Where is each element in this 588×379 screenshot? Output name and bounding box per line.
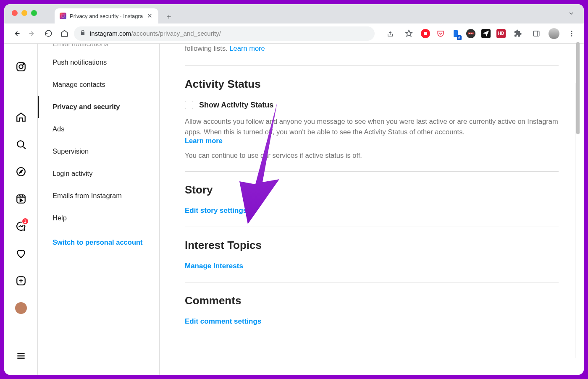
- notifications-heart-icon[interactable]: [10, 243, 32, 264]
- content-right-border: [575, 83, 575, 358]
- svg-rect-7: [533, 31, 539, 36]
- activity-learn-more-link[interactable]: Learn more: [185, 137, 223, 144]
- sidenav-item-supervision[interactable]: Supervision: [38, 140, 159, 162]
- activity-description-2: You can continue to use our services if …: [185, 152, 559, 159]
- instagram-favicon-icon: [60, 13, 66, 19]
- vertical-scrollbar[interactable]: [576, 42, 580, 134]
- activity-status-heading: Activity Status: [185, 78, 559, 91]
- minimize-window-button[interactable]: [21, 10, 27, 16]
- instagram-nav-rail: 1: [4, 44, 38, 375]
- profile-avatar-icon[interactable]: [549, 28, 559, 39]
- browser-tab[interactable]: Privacy and security · Instagra ✕: [55, 8, 158, 24]
- tab-strip: Privacy and security · Instagra ✕ ＋: [4, 4, 584, 24]
- svg-point-11: [571, 35, 572, 36]
- sidenav-item-manage-contacts[interactable]: Manage contacts: [38, 73, 159, 96]
- pocket-extension-icon[interactable]: [436, 29, 445, 38]
- back-button[interactable]: [10, 27, 23, 40]
- prev-learn-more-link[interactable]: Learn more: [229, 44, 265, 52]
- show-activity-checkbox[interactable]: [185, 101, 193, 109]
- divider: [185, 227, 559, 227]
- sidepanel-icon[interactable]: [530, 27, 543, 40]
- sidenav-item-privacy-security[interactable]: Privacy and security: [38, 96, 159, 118]
- share-icon[interactable]: [384, 27, 396, 40]
- settings-area: Email notifications Push notifications M…: [38, 44, 584, 375]
- home-button[interactable]: [58, 27, 71, 40]
- url-path: /accounts/privacy_and_security/: [131, 30, 220, 37]
- hd-extension-icon[interactable]: HD: [496, 29, 506, 38]
- svg-point-13: [19, 65, 23, 68]
- svg-rect-19: [17, 195, 25, 203]
- browser-toolbar: instagram.com/accounts/privacy_and_secur…: [4, 24, 584, 44]
- prev-section-tail: following lists. Learn more: [185, 44, 559, 54]
- sidenav-item-emails-from-instagram[interactable]: Emails from Instagram: [38, 185, 159, 207]
- sidenav-item-ads[interactable]: Ads: [38, 118, 159, 140]
- tab-title: Privacy and security · Instagra: [70, 13, 143, 19]
- window-controls: [12, 10, 37, 16]
- sidenav-item-email-notifications[interactable]: Email notifications: [38, 44, 159, 51]
- settings-sidenav: Email notifications Push notifications M…: [38, 44, 160, 375]
- interest-topics-heading: Interest Topics: [185, 239, 559, 252]
- divider: [185, 171, 559, 172]
- extensions-puzzle-icon[interactable]: [512, 27, 524, 40]
- svg-marker-23: [20, 199, 22, 202]
- sidenav-item-push-notifications[interactable]: Push notifications: [38, 51, 159, 73]
- edit-story-settings-link[interactable]: Edit story settings: [185, 206, 247, 215]
- edit-comment-settings-link[interactable]: Edit comment settings: [185, 317, 261, 326]
- tabs-overflow-icon[interactable]: [568, 10, 575, 18]
- hamburger-menu-icon[interactable]: [10, 345, 32, 366]
- bookmark-star-icon[interactable]: [402, 27, 415, 40]
- browser-menu-icon[interactable]: [565, 27, 578, 40]
- home-icon[interactable]: [10, 107, 32, 128]
- instagram-logo-icon[interactable]: [10, 56, 32, 77]
- lock-icon: [80, 30, 86, 37]
- svg-line-16: [23, 146, 25, 149]
- send-extension-icon[interactable]: [481, 29, 491, 38]
- svg-point-5: [469, 33, 470, 34]
- story-heading: Story: [185, 183, 559, 196]
- create-plus-icon[interactable]: [10, 270, 32, 291]
- search-icon[interactable]: [10, 134, 32, 155]
- svg-point-6: [471, 33, 472, 34]
- svg-point-14: [23, 64, 24, 65]
- close-tab-icon[interactable]: ✕: [146, 12, 153, 20]
- extension-icons: 6 HD: [384, 27, 578, 40]
- phone-extension-icon[interactable]: 6: [451, 29, 460, 38]
- activity-description: Allow accounts you follow and anyone you…: [185, 116, 559, 137]
- svg-rect-4: [468, 32, 473, 34]
- switch-account-link[interactable]: Switch to personal account: [38, 229, 159, 254]
- divider: [185, 65, 559, 66]
- svg-point-9: [571, 31, 572, 32]
- maximize-window-button[interactable]: [31, 10, 37, 16]
- activity-checkbox-row: Show Activity Status: [185, 101, 559, 110]
- sidenav-item-login-activity[interactable]: Login activity: [38, 162, 159, 185]
- divider: [185, 282, 559, 282]
- svg-marker-18: [19, 170, 22, 173]
- page-content: 1 Email notifications Push notifications…: [4, 44, 584, 375]
- close-window-button[interactable]: [12, 10, 18, 16]
- settings-main: following lists. Learn more Activity Sta…: [160, 44, 584, 375]
- svg-point-10: [571, 33, 572, 34]
- svg-point-15: [17, 141, 24, 147]
- url-host: instagram.com: [90, 30, 131, 37]
- reload-button[interactable]: [42, 27, 55, 40]
- forward-button[interactable]: [26, 27, 39, 40]
- comments-heading: Comments: [185, 294, 559, 307]
- sidenav-item-help[interactable]: Help: [38, 207, 159, 229]
- messages-icon[interactable]: 1: [10, 216, 32, 237]
- opera-extension-icon[interactable]: [421, 29, 430, 38]
- ninja-extension-icon[interactable]: [466, 29, 475, 38]
- svg-marker-2: [405, 30, 412, 37]
- url-text: instagram.com/accounts/privacy_and_secur…: [90, 30, 221, 37]
- new-tab-button[interactable]: ＋: [163, 10, 175, 23]
- explore-compass-icon[interactable]: [10, 161, 32, 182]
- browser-window: Privacy and security · Instagra ✕ ＋ inst…: [4, 4, 584, 375]
- address-bar[interactable]: instagram.com/accounts/privacy_and_secur…: [74, 26, 375, 41]
- reels-icon[interactable]: [10, 188, 32, 209]
- profile-rail-avatar[interactable]: [10, 298, 32, 319]
- phone-badge: 6: [457, 35, 462, 40]
- messages-badge: 1: [21, 217, 29, 225]
- manage-interests-link[interactable]: Manage Interests: [185, 262, 243, 270]
- show-activity-label: Show Activity Status: [199, 101, 273, 110]
